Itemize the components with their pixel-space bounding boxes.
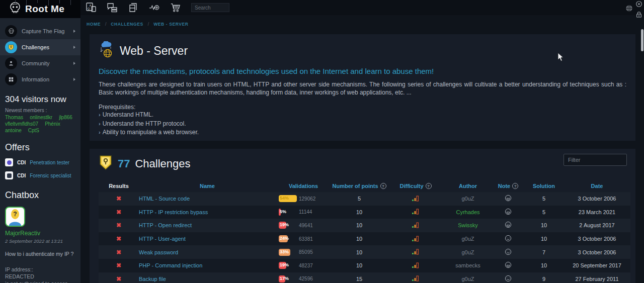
column-validations[interactable]: Validations xyxy=(276,183,331,189)
sidebar-item-information[interactable]: Information xyxy=(0,71,80,87)
visitors-count: 304 visitors now xyxy=(0,87,80,107)
documents-icon[interactable] xyxy=(128,2,139,13)
challenge-link[interactable]: PHP - Command injection xyxy=(139,262,202,268)
offer-item[interactable]: CDI Penetration tester xyxy=(0,157,80,170)
community-person-icon xyxy=(5,57,17,69)
difficulty-icon[interactable] xyxy=(412,208,420,216)
member-link[interactable]: Phénix xyxy=(45,121,60,127)
member-link[interactable]: vfleltvmfldhs07 xyxy=(5,121,38,127)
chatbox: ? MajorReactiv 2 September 2022 at 13:21… xyxy=(0,205,80,283)
target-dot-icon[interactable] xyxy=(635,1,642,10)
column-difficulty[interactable]: Difficulty? xyxy=(387,183,444,189)
member-link[interactable]: onlinestlkr xyxy=(30,115,52,120)
globe-icon[interactable] xyxy=(625,5,633,14)
help-icon[interactable]: ? xyxy=(512,183,518,189)
member-link[interactable]: Thomas xyxy=(5,115,23,120)
help-icon[interactable]: ? xyxy=(380,183,386,189)
filter-input[interactable] xyxy=(564,154,627,166)
challenge-date: 3 October 2006 xyxy=(578,196,616,202)
table-row: ✖ HTTP - Open redirect 19% 49641 10 Swis… xyxy=(99,219,630,232)
ctf-skull-icon xyxy=(5,25,17,37)
table-row: ✖ HTML - Source code 54% 129062 5 g0uZ xyxy=(99,192,630,206)
author-link[interactable]: g0uZ xyxy=(461,249,474,255)
table-header-row: Results Name Validations Number of point… xyxy=(99,180,630,192)
forum-icon[interactable] xyxy=(107,2,118,13)
column-points[interactable]: Number of points? xyxy=(331,183,387,189)
column-note[interactable]: Note? xyxy=(492,183,524,189)
offer-link[interactable]: Penetration tester xyxy=(30,160,69,165)
author-link[interactable]: sambecks xyxy=(455,262,480,268)
category-subtitle: Discover the mechanisms, protocols and t… xyxy=(99,67,626,75)
column-name[interactable]: Name xyxy=(139,183,276,189)
chevron-right-icon xyxy=(73,46,75,49)
validation-count: 129062 xyxy=(299,196,315,202)
challenge-link[interactable]: Backup file xyxy=(139,276,166,282)
cart-icon[interactable] xyxy=(170,2,181,13)
column-solution[interactable]: Solution xyxy=(524,183,564,189)
scrollbar-thumb[interactable] xyxy=(641,29,643,51)
solution-count[interactable]: 5 xyxy=(542,196,545,202)
challenge-link[interactable]: Weak password xyxy=(139,249,178,255)
chatbox-title: Chatbox xyxy=(0,183,80,205)
solution-count[interactable]: 10 xyxy=(541,262,547,268)
logo-text: Root Me xyxy=(25,4,64,15)
author-link[interactable]: g0uZ xyxy=(461,196,474,202)
difficulty-icon[interactable] xyxy=(412,275,420,282)
challenge-link[interactable]: HTTP - Open redirect xyxy=(139,222,192,228)
solution-count[interactable]: 7 xyxy=(542,249,545,255)
offer-contract-type: CDI xyxy=(17,173,26,178)
author-link[interactable]: g0uZ xyxy=(461,276,474,282)
difficulty-icon[interactable] xyxy=(412,262,420,269)
difficulty-icon[interactable] xyxy=(412,235,420,243)
sidebar-item-community[interactable]: Community xyxy=(0,55,80,71)
not-solved-icon: ✖ xyxy=(116,222,121,229)
column-results[interactable]: Results xyxy=(99,183,139,189)
help-icon[interactable]: ? xyxy=(426,183,432,189)
breadcrumb-current[interactable]: WEB - SERVER xyxy=(153,22,188,27)
challenge-link[interactable]: HTTP - IP restriction bypass xyxy=(139,209,208,215)
column-date[interactable]: Date xyxy=(564,183,630,189)
points-value: 15 xyxy=(356,276,362,282)
sidebar-nav: Capture The Flag Challenges Community In… xyxy=(0,18,80,87)
note-emoji-icon xyxy=(505,221,512,229)
validation-percentage-badge: 24% xyxy=(279,235,288,242)
breadcrumb-home[interactable]: HOME xyxy=(87,22,101,27)
member-link[interactable]: jlp866 xyxy=(59,115,72,120)
column-author[interactable]: Author xyxy=(444,183,492,189)
difficulty-icon[interactable] xyxy=(412,195,420,203)
author-link[interactable]: Swissky xyxy=(458,222,478,228)
activity-icon[interactable] xyxy=(149,2,160,13)
avatar[interactable]: ? xyxy=(5,207,25,227)
solution-count[interactable]: 5 xyxy=(542,209,545,215)
challenges-table: ✖ HTML - Source code 54% 129062 5 g0uZ xyxy=(99,192,630,283)
chat-username-link[interactable]: MajorReactiv xyxy=(5,230,75,237)
guide-icon[interactable]: AQ xyxy=(86,2,97,13)
challenge-link[interactable]: HTTP - User-agent xyxy=(139,236,186,242)
breadcrumb-challenges[interactable]: CHALLENGES xyxy=(111,22,143,27)
sidebar-item-capture-the-flag[interactable]: Capture The Flag xyxy=(0,23,80,39)
member-link[interactable]: antoine xyxy=(5,128,22,133)
author-link[interactable]: Cyrhades xyxy=(456,209,479,215)
solution-count[interactable]: 9 xyxy=(542,276,545,282)
newest-members-list: Thomas onlinestlkr jlp866 vfleltvmfldhs0… xyxy=(0,115,80,133)
offer-item[interactable]: CDI Forensic specialist xyxy=(0,170,80,183)
solution-count[interactable]: 10 xyxy=(541,222,547,228)
table-row: ✖ PHP - Command injection 19% 48237 10 s… xyxy=(99,259,630,272)
author-link[interactable]: g0uZ xyxy=(461,236,474,242)
validation-count: 48237 xyxy=(299,263,313,268)
challenge-link[interactable]: HTML - Source code xyxy=(139,196,190,202)
note-emoji-icon xyxy=(505,248,512,256)
padlock-download-icon[interactable] xyxy=(635,11,642,20)
difficulty-icon[interactable] xyxy=(412,222,420,229)
search-input[interactable] xyxy=(191,3,229,12)
offer-link[interactable]: Forensic specialist xyxy=(30,173,71,178)
solution-count[interactable]: 10 xyxy=(541,236,547,242)
note-emoji-icon xyxy=(505,235,512,243)
member-link[interactable]: CptS xyxy=(28,128,39,133)
validation-percentage-badge: 17% xyxy=(279,275,285,282)
difficulty-icon[interactable] xyxy=(412,248,420,256)
challenges-shield-icon xyxy=(5,41,17,53)
sidebar-item-challenges[interactable]: Challenges xyxy=(0,39,80,55)
logo[interactable]: Root Me xyxy=(0,0,80,18)
not-solved-icon: ✖ xyxy=(116,275,121,282)
